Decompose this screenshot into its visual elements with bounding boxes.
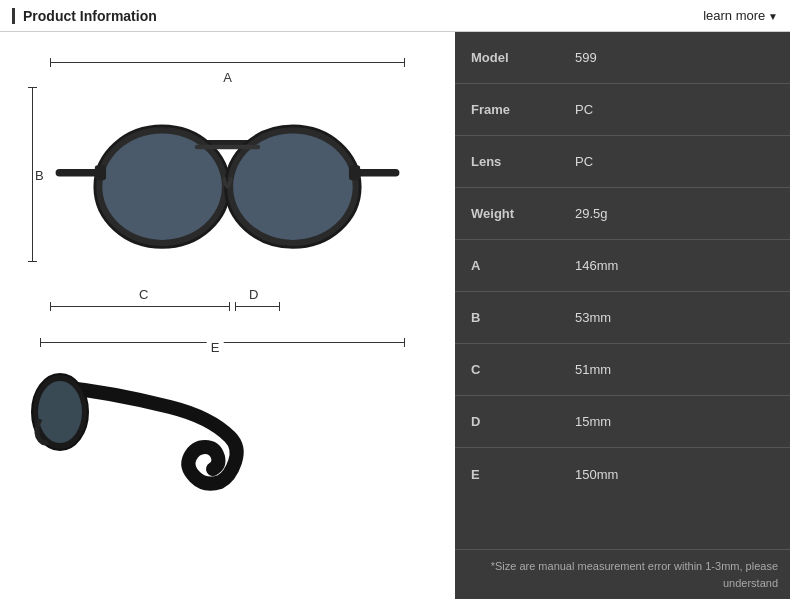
svg-point-4 [102, 133, 222, 240]
spec-value-frame: PC [565, 90, 790, 129]
main-content: A B [0, 32, 790, 599]
spec-row-a: A146mm [455, 240, 790, 292]
svg-rect-7 [195, 145, 260, 150]
dim-line-c [50, 306, 230, 307]
spec-label-c: C [455, 350, 565, 389]
learn-more-button[interactable]: learn more [703, 8, 778, 23]
svg-point-11 [38, 381, 82, 443]
dim-label-d: D [245, 287, 262, 302]
spec-label-d: D [455, 402, 565, 441]
spec-label-model: Model [455, 38, 565, 77]
sunglasses-side-view [30, 357, 260, 517]
dim-line-e: E [40, 342, 405, 343]
dim-line-d [235, 306, 280, 307]
spec-value-model: 599 [565, 38, 790, 77]
spec-value-a: 146mm [565, 246, 790, 285]
sunglasses-front-view [50, 82, 405, 282]
bottom-image-section: E [20, 332, 435, 532]
spec-row-model: Model599 [455, 32, 790, 84]
spec-table: Model599FramePCLensPCWeight29.5gA146mmB5… [455, 32, 790, 549]
spec-label-b: B [455, 298, 565, 337]
spec-row-weight: Weight29.5g [455, 188, 790, 240]
spec-row-frame: FramePC [455, 84, 790, 136]
dim-label-b: B [35, 165, 44, 184]
spec-value-lens: PC [565, 142, 790, 181]
top-image-section: A B [20, 42, 435, 322]
svg-point-6 [233, 133, 353, 240]
spec-label-weight: Weight [455, 194, 565, 233]
svg-rect-9 [349, 165, 360, 180]
spec-value-weight: 29.5g [565, 194, 790, 233]
spec-row-lens: LensPC [455, 136, 790, 188]
dim-label-c: C [135, 287, 152, 302]
spec-row-d: D15mm [455, 396, 790, 448]
spec-value-b: 53mm [565, 298, 790, 337]
left-panel: A B [0, 32, 455, 599]
dim-label-e: E [207, 340, 224, 355]
spec-label-frame: Frame [455, 90, 565, 129]
right-panel: Model599FramePCLensPCWeight29.5gA146mmB5… [455, 32, 790, 599]
page-title: Product Information [12, 8, 157, 24]
spec-value-d: 15mm [565, 402, 790, 441]
spec-row-e: E150mm [455, 448, 790, 500]
spec-label-lens: Lens [455, 142, 565, 181]
spec-row-c: C51mm [455, 344, 790, 396]
spec-note: *Size are manual measurement error withi… [455, 549, 790, 599]
dim-line-a: A [50, 62, 405, 63]
spec-value-e: 150mm [565, 455, 790, 494]
page-header: Product Information learn more [0, 0, 790, 32]
dim-line-b: B [32, 87, 33, 262]
spec-label-a: A [455, 246, 565, 285]
spec-label-e: E [455, 455, 565, 494]
spec-value-c: 51mm [565, 350, 790, 389]
svg-rect-8 [95, 165, 106, 180]
spec-row-b: B53mm [455, 292, 790, 344]
